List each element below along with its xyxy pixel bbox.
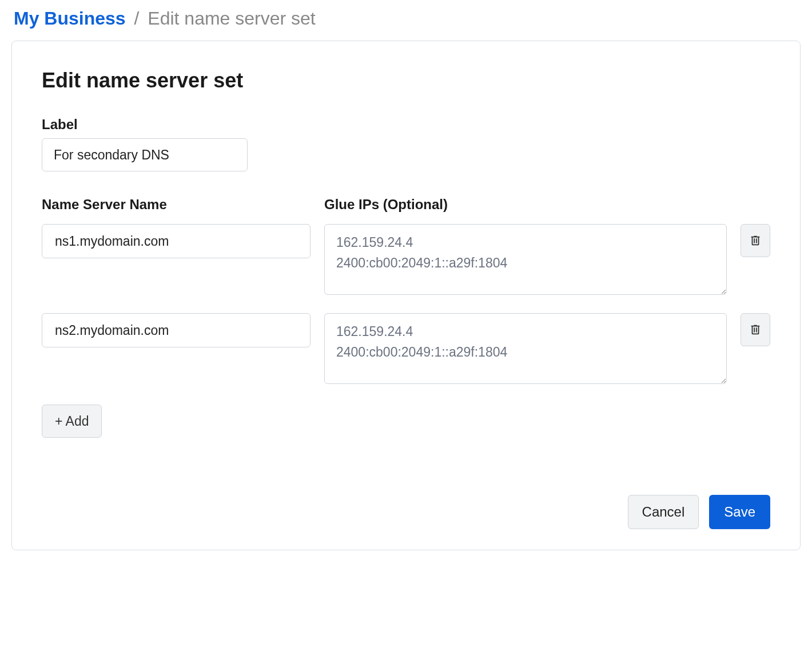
label-input[interactable]: [42, 138, 248, 171]
glue-ips-textarea[interactable]: [324, 313, 727, 384]
server-row: [42, 313, 770, 384]
columns-header: Name Server Name Glue IPs (Optional): [42, 197, 770, 218]
label-field-label: Label: [42, 117, 770, 133]
breadcrumb-link-my-business[interactable]: My Business: [14, 8, 126, 29]
form-card: Edit name server set Label Name Server N…: [11, 41, 801, 550]
add-server-button[interactable]: + Add: [42, 405, 102, 438]
name-server-input[interactable]: [42, 313, 311, 347]
page-title: Edit name server set: [42, 69, 770, 93]
trash-icon: [749, 323, 762, 337]
breadcrumb-current: Edit name server set: [148, 8, 315, 29]
server-row: [42, 224, 770, 295]
breadcrumb-separator: /: [134, 8, 140, 29]
save-button[interactable]: Save: [709, 495, 770, 529]
column-header-name-server: Name Server Name: [42, 197, 311, 213]
delete-row-button[interactable]: [741, 313, 770, 346]
name-server-input[interactable]: [42, 224, 311, 258]
breadcrumb: My Business / Edit name server set: [11, 0, 801, 41]
trash-icon: [749, 234, 762, 247]
cancel-button[interactable]: Cancel: [628, 495, 699, 529]
glue-ips-textarea[interactable]: [324, 224, 727, 295]
column-header-glue-ips: Glue IPs (Optional): [324, 197, 725, 213]
delete-row-button[interactable]: [741, 224, 770, 257]
servers-section: Name Server Name Glue IPs (Optional) + A…: [42, 197, 770, 438]
footer-actions: Cancel Save: [42, 495, 770, 529]
label-field-group: Label: [42, 117, 770, 171]
